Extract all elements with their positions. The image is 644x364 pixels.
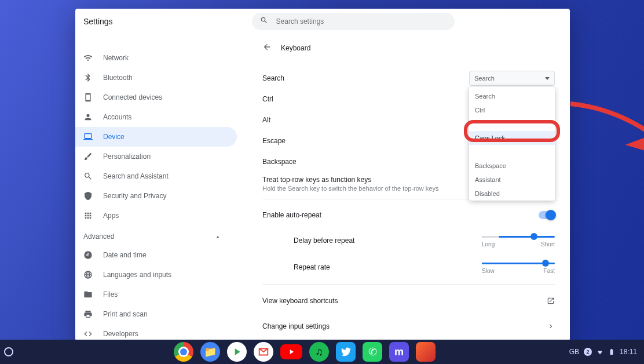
slider-rate[interactable] — [482, 263, 555, 264]
sidebar-item-network[interactable]: Network — [75, 48, 237, 68]
sidebar-item-label: Search and Assistant — [103, 172, 169, 180]
sidebar-item-label: Bluetooth — [103, 74, 133, 82]
slider-max-label: Short — [541, 241, 555, 247]
wifi-icon — [83, 53, 93, 63]
link-label: View keyboard shortcuts — [262, 297, 338, 305]
status-notifications: 2 — [584, 348, 592, 356]
sidebar-item-connected[interactable]: Connected devices — [75, 88, 237, 107]
sidebar-item-label: Date and time — [103, 251, 147, 259]
search-icon — [83, 172, 93, 181]
slider-min-label: Long — [482, 241, 495, 247]
app-twitter[interactable] — [336, 342, 356, 362]
sidebar-item-label: Apps — [103, 212, 119, 220]
laptop-icon — [83, 132, 93, 141]
app-whatsapp[interactable]: ✆ — [363, 342, 382, 362]
code-icon — [83, 329, 93, 338]
sidebar-item-label: Developers — [103, 330, 138, 338]
dropdown-option-capslock[interactable]: Caps Lock — [469, 131, 555, 145]
slider-min-label: Slow — [482, 268, 495, 274]
window-header: Settings — [75, 9, 570, 34]
status-tray[interactable]: GB 2 18:11 — [569, 348, 637, 356]
dropdown-option-ctrl[interactable]: Ctrl — [469, 103, 555, 117]
search-input[interactable] — [276, 17, 447, 26]
chevron-up-icon — [215, 234, 221, 239]
toggle-auto-repeat[interactable] — [539, 211, 555, 219]
shelf: 📁 ♫ ✆ m GB 2 18:11 — [0, 340, 644, 364]
setting-row-search: Search Search Search Ctrl Caps Lock — [262, 68, 555, 89]
globe-icon — [83, 270, 93, 279]
sidebar-item-label: Languages and inputs — [103, 271, 171, 279]
battery-icon — [608, 348, 615, 355]
app-game[interactable] — [416, 342, 436, 362]
sidebar-item-personalization[interactable]: Personalization — [75, 147, 237, 166]
sidebar-advanced-toggle[interactable]: Advanced — [75, 225, 229, 245]
sidebar-item-apps[interactable]: Apps — [75, 206, 237, 225]
folder-icon — [83, 290, 93, 299]
page-title: Keyboard — [281, 44, 310, 52]
arrow-back-icon — [262, 42, 272, 52]
select-search-key[interactable]: Search — [469, 71, 555, 86]
external-link-icon — [547, 297, 555, 305]
sidebar: Network Bluetooth Connected devices Acco… — [75, 34, 252, 341]
link-label: Change input settings — [262, 322, 330, 330]
setting-label: Enable auto-repeat — [262, 211, 321, 219]
sidebar-item-bluetooth[interactable]: Bluetooth — [75, 68, 237, 88]
sidebar-item-label: Accounts — [103, 113, 131, 121]
wifi-icon — [597, 348, 603, 355]
app-files[interactable]: 📁 — [200, 342, 220, 362]
sidebar-item-device[interactable]: Device — [75, 127, 237, 147]
back-button[interactable] — [262, 42, 272, 54]
sidebar-item-label: Network — [103, 54, 129, 62]
select-value: Search — [474, 75, 495, 82]
apps-icon — [83, 211, 93, 220]
dropdown-menu: Search Ctrl Caps Lock Backspace Assistan… — [469, 87, 555, 201]
launcher-button[interactable] — [0, 340, 17, 364]
app-mastodon[interactable]: m — [389, 342, 409, 362]
link-view-shortcuts[interactable]: View keyboard shortcuts — [262, 288, 555, 314]
setting-label: Repeat rate — [294, 263, 330, 271]
shelf-apps: 📁 ♫ ✆ m — [174, 342, 436, 362]
sidebar-item-developers[interactable]: Developers — [75, 324, 237, 341]
search-icon — [260, 16, 268, 27]
setting-row-rate: Repeat rate SlowFast — [262, 254, 555, 281]
divider — [262, 284, 555, 285]
setting-label: Search — [262, 74, 469, 82]
search-box[interactable] — [252, 13, 455, 30]
status-lang: GB — [569, 348, 579, 356]
launcher-icon — [4, 347, 13, 356]
sidebar-item-label: Connected devices — [103, 93, 162, 101]
sidebar-item-label: Personalization — [103, 152, 151, 161]
app-title: Settings — [83, 17, 113, 26]
sidebar-item-print[interactable]: Print and scan — [75, 304, 237, 324]
sidebar-item-datetime[interactable]: Date and time — [75, 245, 237, 265]
app-youtube[interactable] — [280, 344, 302, 359]
sidebar-item-label: Print and scan — [103, 310, 148, 318]
slider-delay[interactable] — [482, 236, 555, 238]
sidebar-item-label: Device — [103, 133, 125, 141]
devices-icon — [83, 93, 93, 102]
content-pane: Keyboard Search Search Search Ctrl — [252, 34, 570, 341]
sidebar-advanced-label: Advanced — [83, 232, 114, 241]
shield-icon — [83, 191, 93, 201]
link-change-input[interactable]: Change input settings — [262, 314, 555, 339]
settings-window: Settings Network Bluetooth Connected dev… — [75, 9, 570, 341]
dropdown-option-search[interactable]: Search — [469, 89, 555, 103]
app-spotify[interactable]: ♫ — [309, 342, 329, 362]
app-gmail[interactable] — [254, 342, 273, 362]
sidebar-item-security[interactable]: Security and Privacy — [75, 186, 237, 206]
caret-down-icon — [545, 77, 550, 80]
annotation-arrow — [559, 98, 644, 162]
dropdown-option-assistant[interactable]: Assistant — [469, 173, 555, 187]
sidebar-item-files[interactable]: Files — [75, 285, 237, 304]
slider-max-label: Fast — [544, 268, 555, 274]
app-chrome[interactable] — [174, 342, 193, 362]
setting-row-auto-repeat: Enable auto-repeat — [262, 203, 555, 227]
app-play[interactable] — [227, 342, 247, 362]
dropdown-option-backspace[interactable]: Backspace — [469, 159, 555, 173]
chevron-right-icon — [547, 322, 555, 330]
sidebar-item-languages[interactable]: Languages and inputs — [75, 265, 237, 285]
setting-row-delay: Delay before repeat LongShort — [262, 227, 555, 254]
sidebar-item-search-assistant[interactable]: Search and Assistant — [75, 166, 237, 186]
dropdown-option-disabled[interactable]: Disabled — [469, 187, 555, 201]
sidebar-item-accounts[interactable]: Accounts — [75, 107, 237, 127]
